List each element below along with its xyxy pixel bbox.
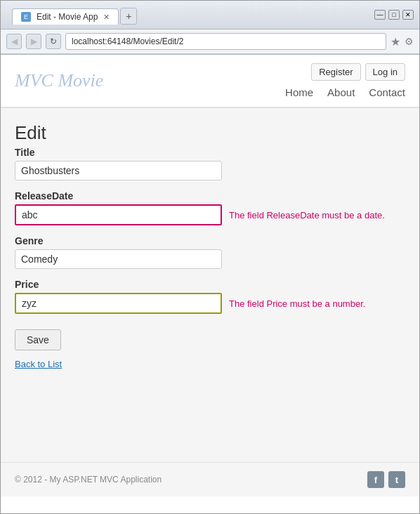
tab-icon: E (21, 12, 31, 22)
release-date-label: ReleaseDate (15, 190, 405, 202)
nav-about[interactable]: About (327, 86, 355, 98)
nav-bar: ◀ ▶ ↻ ★ ⚙ (1, 29, 419, 54)
site-title: MVC Movie (15, 70, 103, 91)
tab-close-button[interactable]: ✕ (103, 13, 110, 22)
save-button[interactable]: Save (15, 329, 61, 350)
copyright-text: © 2012 - My ASP.NET MVC Application (15, 475, 162, 485)
page-heading: Edit (15, 122, 405, 144)
release-date-field-group: ReleaseDate The field ReleaseDate must b… (15, 190, 405, 225)
browser-chrome: E Edit - Movie App ✕ + — □ ✕ ◀ ▶ ↻ ★ ⚙ (1, 1, 419, 55)
tab-label: Edit - Movie App (37, 12, 98, 22)
page-content: MVC Movie Register Log in Home About Con… (1, 55, 419, 462)
genre-input[interactable] (15, 249, 222, 269)
release-date-row: The field ReleaseDate must be a date. (15, 204, 405, 225)
title-bar: E Edit - Movie App ✕ + — □ ✕ (1, 1, 419, 29)
window-controls: — □ ✕ (374, 10, 414, 20)
release-date-input[interactable] (15, 204, 222, 225)
top-navigation: MVC Movie Register Log in Home About Con… (1, 55, 419, 107)
twitter-icon[interactable]: t (388, 471, 405, 488)
price-row: The field Price must be a number. (15, 293, 405, 314)
address-bar[interactable] (65, 33, 386, 50)
release-date-error: The field ReleaseDate must be a date. (229, 210, 385, 220)
main-nav: Home About Contact (285, 86, 405, 98)
title-field-group: Title (15, 147, 405, 180)
edit-form-container: Edit Title ReleaseDate The field Release… (1, 108, 419, 383)
title-input[interactable] (15, 161, 222, 180)
price-input[interactable] (15, 293, 222, 314)
facebook-icon[interactable]: f (367, 471, 384, 488)
back-button[interactable]: ◀ (6, 34, 22, 49)
price-label: Price (15, 279, 405, 290)
nav-home[interactable]: Home (285, 86, 313, 98)
footer: © 2012 - My ASP.NET MVC Application f t (1, 462, 419, 496)
new-tab-button[interactable]: + (120, 8, 137, 25)
maximize-button[interactable]: □ (388, 10, 400, 20)
close-button[interactable]: ✕ (402, 10, 414, 20)
back-to-list-link[interactable]: Back to List (15, 359, 405, 369)
auth-buttons: Register Log in (311, 63, 405, 81)
social-icons: f t (367, 471, 405, 488)
title-label: Title (15, 147, 405, 158)
nav-contact[interactable]: Contact (369, 86, 405, 98)
genre-field-group: Genre (15, 235, 405, 269)
minimize-button[interactable]: — (374, 10, 386, 20)
register-button[interactable]: Register (311, 63, 360, 81)
login-button[interactable]: Log in (365, 63, 405, 81)
forward-button[interactable]: ▶ (26, 34, 41, 49)
active-tab[interactable]: E Edit - Movie App ✕ (12, 8, 119, 25)
price-error: The field Price must be a number. (229, 298, 365, 309)
genre-label: Genre (15, 235, 405, 246)
refresh-button[interactable]: ↻ (46, 34, 61, 49)
bookmark-icon[interactable]: ★ (391, 35, 400, 48)
price-field-group: Price The field Price must be a number. (15, 279, 405, 314)
settings-icon[interactable]: ⚙ (405, 36, 414, 47)
tab-bar: E Edit - Movie App ✕ + (6, 5, 143, 25)
